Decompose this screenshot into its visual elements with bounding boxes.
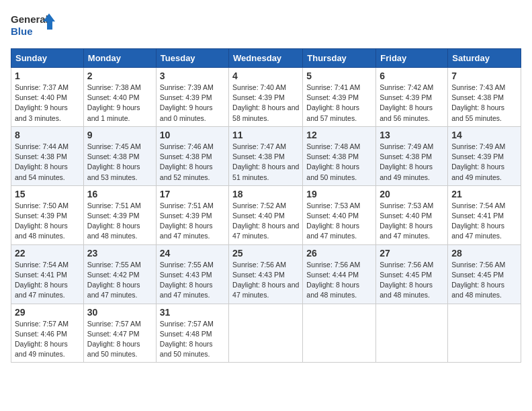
day-info: Sunrise: 7:43 AMSunset: 4:38 PMDaylight:…	[451, 83, 517, 124]
day-info: Sunrise: 7:57 AMSunset: 4:48 PMDaylight:…	[160, 319, 225, 360]
day-info: Sunrise: 7:44 AMSunset: 4:38 PMDaylight:…	[15, 142, 80, 183]
day-number: 4	[232, 71, 299, 81]
day-info: Sunrise: 7:57 AMSunset: 4:47 PMDaylight:…	[87, 319, 152, 360]
week-row-5: 29Sunrise: 7:57 AMSunset: 4:46 PMDayligh…	[11, 304, 521, 363]
day-info: Sunrise: 7:41 AMSunset: 4:39 PMDaylight:…	[306, 83, 372, 124]
calendar-cell: 12Sunrise: 7:48 AMSunset: 4:38 PMDayligh…	[303, 126, 376, 185]
calendar-cell	[448, 304, 521, 363]
calendar-cell: 28Sunrise: 7:56 AMSunset: 4:45 PMDayligh…	[448, 244, 521, 304]
day-info: Sunrise: 7:56 AMSunset: 4:45 PMDaylight:…	[380, 260, 444, 301]
calendar-cell: 9Sunrise: 7:45 AMSunset: 4:38 PMDaylight…	[83, 126, 156, 185]
calendar-cell: 31Sunrise: 7:57 AMSunset: 4:48 PMDayligh…	[156, 304, 228, 363]
day-number: 21	[451, 189, 517, 199]
calendar-cell: 15Sunrise: 7:50 AMSunset: 4:39 PMDayligh…	[11, 185, 84, 244]
day-number: 7	[451, 71, 517, 81]
calendar-cell: 29Sunrise: 7:57 AMSunset: 4:46 PMDayligh…	[11, 304, 84, 363]
weekday-header-thursday: Thursday	[303, 49, 376, 68]
week-row-1: 1Sunrise: 7:37 AMSunset: 4:40 PMDaylight…	[11, 68, 521, 127]
day-info: Sunrise: 7:56 AMSunset: 4:44 PMDaylight:…	[306, 260, 372, 301]
day-info: Sunrise: 7:38 AMSunset: 4:40 PMDaylight:…	[87, 83, 152, 124]
calendar-cell: 8Sunrise: 7:44 AMSunset: 4:38 PMDaylight…	[11, 126, 84, 185]
day-info: Sunrise: 7:50 AMSunset: 4:39 PMDaylight:…	[15, 201, 80, 242]
logo-svg: General Blue	[11, 11, 58, 40]
day-info: Sunrise: 7:48 AMSunset: 4:38 PMDaylight:…	[306, 142, 372, 183]
day-number: 30	[87, 307, 152, 318]
calendar-cell	[303, 304, 376, 363]
weekday-header-tuesday: Tuesday	[156, 49, 228, 68]
day-info: Sunrise: 7:56 AMSunset: 4:45 PMDaylight:…	[451, 260, 517, 301]
day-number: 28	[451, 248, 517, 259]
day-number: 14	[451, 130, 517, 140]
calendar-cell: 17Sunrise: 7:51 AMSunset: 4:39 PMDayligh…	[156, 185, 228, 244]
day-info: Sunrise: 7:52 AMSunset: 4:40 PMDaylight:…	[232, 201, 299, 242]
calendar-cell: 13Sunrise: 7:49 AMSunset: 4:38 PMDayligh…	[376, 126, 448, 185]
day-info: Sunrise: 7:49 AMSunset: 4:39 PMDaylight:…	[451, 142, 517, 183]
weekday-header-monday: Monday	[83, 49, 156, 68]
week-row-4: 22Sunrise: 7:54 AMSunset: 4:41 PMDayligh…	[11, 244, 521, 304]
day-number: 31	[160, 307, 225, 318]
week-row-3: 15Sunrise: 7:50 AMSunset: 4:39 PMDayligh…	[11, 185, 521, 244]
day-info: Sunrise: 7:53 AMSunset: 4:40 PMDaylight:…	[306, 201, 372, 242]
day-number: 19	[306, 189, 372, 199]
weekday-header-row: SundayMondayTuesdayWednesdayThursdayFrid…	[11, 49, 521, 68]
week-row-2: 8Sunrise: 7:44 AMSunset: 4:38 PMDaylight…	[11, 126, 521, 185]
calendar-cell: 4Sunrise: 7:40 AMSunset: 4:39 PMDaylight…	[229, 68, 303, 127]
day-info: Sunrise: 7:51 AMSunset: 4:39 PMDaylight:…	[160, 201, 225, 242]
day-number: 8	[15, 130, 80, 140]
calendar-cell: 14Sunrise: 7:49 AMSunset: 4:39 PMDayligh…	[448, 126, 521, 185]
day-number: 9	[87, 130, 152, 140]
calendar-cell: 27Sunrise: 7:56 AMSunset: 4:45 PMDayligh…	[376, 244, 448, 304]
day-number: 12	[306, 130, 372, 140]
day-number: 20	[380, 189, 444, 199]
header: General Blue	[11, 11, 521, 40]
day-info: Sunrise: 7:53 AMSunset: 4:40 PMDaylight:…	[380, 201, 444, 242]
calendar-cell: 18Sunrise: 7:52 AMSunset: 4:40 PMDayligh…	[229, 185, 303, 244]
day-info: Sunrise: 7:57 AMSunset: 4:46 PMDaylight:…	[15, 319, 80, 360]
day-info: Sunrise: 7:55 AMSunset: 4:43 PMDaylight:…	[160, 260, 225, 301]
calendar-cell	[376, 304, 448, 363]
day-number: 27	[380, 248, 444, 259]
calendar-cell: 22Sunrise: 7:54 AMSunset: 4:41 PMDayligh…	[11, 244, 84, 304]
calendar-cell: 19Sunrise: 7:53 AMSunset: 4:40 PMDayligh…	[303, 185, 376, 244]
day-info: Sunrise: 7:55 AMSunset: 4:42 PMDaylight:…	[87, 260, 152, 301]
day-info: Sunrise: 7:46 AMSunset: 4:38 PMDaylight:…	[160, 142, 225, 183]
weekday-header-saturday: Saturday	[448, 49, 521, 68]
day-number: 25	[232, 248, 299, 259]
calendar-cell: 30Sunrise: 7:57 AMSunset: 4:47 PMDayligh…	[83, 304, 156, 363]
calendar-cell: 25Sunrise: 7:56 AMSunset: 4:43 PMDayligh…	[229, 244, 303, 304]
day-number: 6	[380, 71, 444, 81]
calendar-table: SundayMondayTuesdayWednesdayThursdayFrid…	[11, 48, 521, 363]
day-number: 15	[15, 189, 80, 199]
day-info: Sunrise: 7:40 AMSunset: 4:39 PMDaylight:…	[232, 83, 299, 124]
day-number: 17	[160, 189, 225, 199]
weekday-header-friday: Friday	[376, 49, 448, 68]
day-number: 29	[15, 307, 80, 318]
calendar-cell: 5Sunrise: 7:41 AMSunset: 4:39 PMDaylight…	[303, 68, 376, 127]
calendar-cell: 1Sunrise: 7:37 AMSunset: 4:40 PMDaylight…	[11, 68, 84, 127]
day-info: Sunrise: 7:47 AMSunset: 4:38 PMDaylight:…	[232, 142, 299, 183]
day-number: 26	[306, 248, 372, 259]
day-number: 1	[15, 71, 80, 81]
calendar-cell: 11Sunrise: 7:47 AMSunset: 4:38 PMDayligh…	[229, 126, 303, 185]
day-number: 11	[232, 130, 299, 140]
calendar-cell: 21Sunrise: 7:54 AMSunset: 4:41 PMDayligh…	[448, 185, 521, 244]
day-info: Sunrise: 7:45 AMSunset: 4:38 PMDaylight:…	[87, 142, 152, 183]
day-number: 24	[160, 248, 225, 259]
calendar-cell: 23Sunrise: 7:55 AMSunset: 4:42 PMDayligh…	[83, 244, 156, 304]
svg-text:Blue: Blue	[11, 26, 33, 37]
day-info: Sunrise: 7:56 AMSunset: 4:43 PMDaylight:…	[232, 260, 299, 301]
day-number: 18	[232, 189, 299, 199]
day-number: 10	[160, 130, 225, 140]
logo: General Blue	[11, 11, 58, 40]
day-number: 22	[15, 248, 80, 259]
day-info: Sunrise: 7:54 AMSunset: 4:41 PMDaylight:…	[15, 260, 80, 301]
day-number: 13	[380, 130, 444, 140]
day-number: 23	[87, 248, 152, 259]
day-info: Sunrise: 7:49 AMSunset: 4:38 PMDaylight:…	[380, 142, 444, 183]
calendar-cell: 3Sunrise: 7:39 AMSunset: 4:39 PMDaylight…	[156, 68, 228, 127]
day-number: 2	[87, 71, 152, 81]
calendar-cell: 10Sunrise: 7:46 AMSunset: 4:38 PMDayligh…	[156, 126, 228, 185]
day-number: 16	[87, 189, 152, 199]
svg-text:General: General	[11, 13, 48, 25]
day-info: Sunrise: 7:54 AMSunset: 4:41 PMDaylight:…	[451, 201, 517, 242]
